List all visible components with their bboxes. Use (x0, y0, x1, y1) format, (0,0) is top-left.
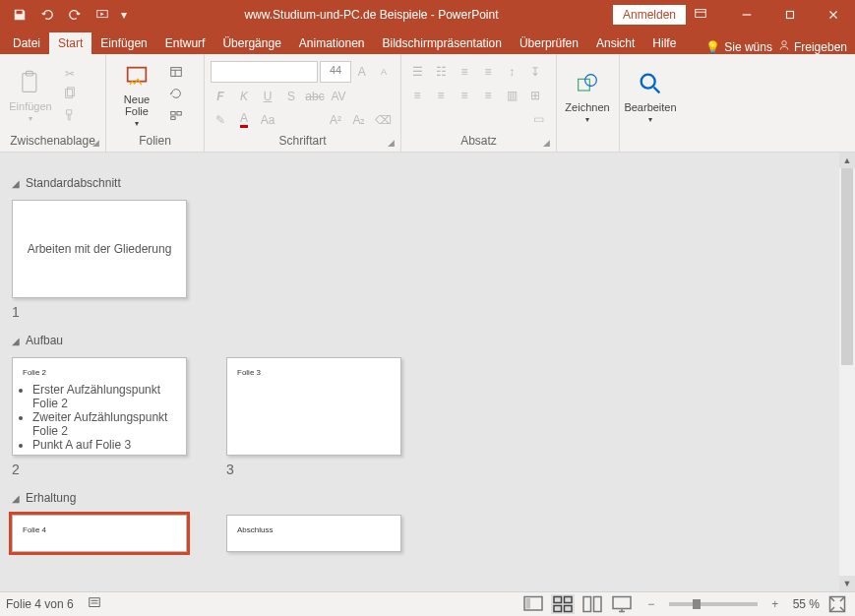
tab-start[interactable]: Start (49, 32, 92, 54)
slide-sorter-view-button[interactable] (551, 594, 575, 614)
slide-thumbnail[interactable]: Arbeiten mit der Gliederung (12, 200, 187, 298)
group-font: 44 A A F K U S abc AV ✎ A Aa A² (205, 54, 401, 152)
grow-font-icon[interactable]: A (353, 62, 371, 82)
undo-icon[interactable] (35, 3, 59, 27)
bullets-button[interactable]: ☰ (407, 62, 427, 82)
change-case-button[interactable]: Aa (258, 110, 277, 130)
smartart-button[interactable]: ▭ (528, 109, 548, 129)
section-header[interactable]: ◢ Aufbau (12, 334, 833, 347)
align-text-button[interactable]: ⊞ (525, 86, 545, 105)
paste-icon (15, 67, 46, 98)
start-from-beginning-icon[interactable] (91, 3, 114, 27)
tab-design[interactable]: Entwurf (156, 32, 214, 54)
font-color-button[interactable]: A (234, 110, 254, 130)
spacing-button[interactable]: AV (329, 87, 348, 106)
columns-button[interactable]: ▥ (502, 86, 521, 105)
fit-to-window-button[interactable] (825, 594, 849, 614)
shrink-font-icon[interactable]: A (375, 62, 393, 82)
font-size-combo[interactable]: 44 (320, 61, 350, 83)
italic-button[interactable]: K (234, 87, 254, 106)
tell-me[interactable]: 💡Sie wüns (705, 40, 772, 54)
bold-button[interactable]: F (211, 87, 230, 106)
slideshow-view-button[interactable] (610, 594, 634, 614)
dialog-launcher-icon[interactable]: ◢ (388, 138, 395, 148)
new-slide-button[interactable]: Neue Folie ▾ (112, 63, 161, 128)
shadow-button[interactable]: S (281, 87, 301, 106)
signin-button[interactable]: Anmelden (613, 5, 686, 25)
zoom-out-button[interactable]: − (640, 594, 663, 614)
dialog-launcher-icon[interactable]: ◢ (92, 138, 99, 148)
svg-rect-18 (525, 598, 530, 609)
redo-icon[interactable] (63, 3, 87, 27)
scroll-up-icon[interactable]: ▲ (839, 153, 855, 168)
drawing-button[interactable]: Zeichnen ▾ (563, 64, 612, 129)
zoom-slider[interactable] (669, 602, 758, 606)
slide-sorter[interactable]: ◢ Standardabschnitt Arbeiten mit der Gli… (0, 153, 839, 591)
superscript-button[interactable]: A² (326, 110, 345, 130)
paste-button[interactable]: Einfügen ▾ (6, 63, 55, 128)
collapse-icon: ◢ (12, 493, 20, 504)
slide-thumbnail[interactable]: Folie 4 (12, 515, 187, 552)
decrease-indent-button[interactable]: ≡ (455, 62, 474, 82)
zoom-slider-thumb[interactable] (693, 599, 701, 609)
qat-customize-icon[interactable]: ▾ (118, 3, 130, 27)
align-left-button[interactable]: ≡ (407, 86, 427, 105)
section-header[interactable]: ◢ Standardabschnitt (12, 176, 833, 190)
group-paragraph: ☰ ☷ ≡ ≡ ↕ ↧ ≡ ≡ ≡ ≡ ▥ ⊞ ▭ (401, 54, 557, 152)
increase-indent-button[interactable]: ≡ (478, 62, 498, 82)
line-spacing-button[interactable]: ↕ (502, 62, 521, 82)
slide-thumbnail[interactable]: Folie 3 (226, 357, 401, 456)
align-center-button[interactable]: ≡ (431, 86, 451, 105)
maximize-button[interactable] (768, 0, 812, 30)
highlight-button[interactable]: ✎ (211, 110, 230, 130)
share-button[interactable]: Freigeben (778, 39, 847, 54)
section-button[interactable] (165, 107, 187, 127)
zoom-level[interactable]: 55 % (793, 597, 820, 611)
tab-help[interactable]: Hilfe (643, 32, 685, 54)
scroll-down-icon[interactable]: ▼ (839, 576, 855, 591)
notes-icon[interactable] (88, 596, 101, 613)
ribbon-display-options-icon[interactable] (694, 7, 725, 24)
reset-button[interactable] (165, 86, 187, 105)
vertical-scrollbar[interactable]: ▲ ▼ (839, 153, 855, 591)
align-right-button[interactable]: ≡ (455, 86, 474, 105)
scrollbar-thumb[interactable] (841, 168, 853, 365)
tab-insert[interactable]: Einfügen (92, 32, 155, 54)
svg-point-3 (782, 41, 787, 46)
tab-file[interactable]: Datei (4, 32, 49, 54)
clear-format-button[interactable]: ⌫ (373, 110, 393, 130)
close-button[interactable] (812, 0, 855, 30)
svg-rect-1 (696, 9, 706, 17)
tab-view[interactable]: Ansicht (587, 32, 643, 54)
copy-button[interactable] (59, 86, 81, 105)
slide-thumbnail[interactable]: Folie 2 Erster Aufzählungspunkt Folie 2 … (12, 357, 187, 456)
scissors-icon: ✂ (65, 67, 75, 81)
font-name-combo[interactable] (211, 61, 318, 83)
tab-review[interactable]: Überprüfen (511, 32, 587, 54)
cut-button[interactable]: ✂ (59, 64, 81, 84)
bullets-icon: ☰ (412, 65, 423, 79)
subscript-button[interactable]: A₂ (349, 110, 369, 130)
minimize-button[interactable] (725, 0, 768, 30)
dialog-launcher-icon[interactable]: ◢ (543, 138, 550, 148)
text-direction-button[interactable]: ↧ (525, 62, 545, 82)
layout-button[interactable] (165, 64, 187, 84)
reading-view-button[interactable] (580, 594, 604, 614)
format-painter-button[interactable] (59, 107, 81, 127)
strike-button[interactable]: abc (305, 87, 325, 106)
underline-button[interactable]: U (258, 87, 277, 106)
slide-counter[interactable]: Folie 4 von 6 (6, 597, 74, 611)
section-header[interactable]: ◢ Erhaltung (12, 491, 833, 505)
tab-animations[interactable]: Animationen (290, 32, 374, 54)
numbering-button[interactable]: ☷ (431, 62, 451, 82)
slide-thumbnail[interactable]: Abschluss (226, 515, 401, 552)
editing-button[interactable]: Bearbeiten ▾ (626, 64, 675, 129)
tab-transitions[interactable]: Übergänge (214, 32, 289, 54)
tab-slideshow[interactable]: Bildschirmpräsentation (374, 32, 511, 54)
justify-button[interactable]: ≡ (478, 86, 498, 105)
normal-view-button[interactable] (521, 594, 545, 614)
svg-rect-17 (524, 597, 542, 611)
svg-point-14 (585, 75, 597, 87)
save-icon[interactable] (8, 3, 31, 27)
zoom-in-button[interactable]: + (763, 594, 787, 614)
